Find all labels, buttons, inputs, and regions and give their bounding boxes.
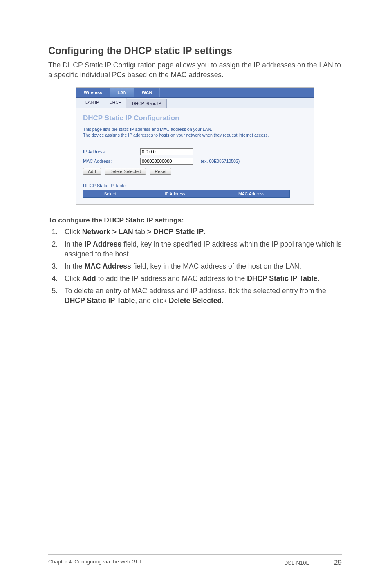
ip-address-label: IP Address: — [83, 149, 140, 154]
instructions-heading: To configure the DHCP Static IP settings… — [48, 216, 342, 224]
footer-model: DSL-N10E — [284, 560, 309, 566]
step-5: To delete an entry of MAC address and IP… — [60, 286, 342, 305]
tab-wireless[interactable]: Wireless — [76, 88, 110, 97]
page-footer: Chapter 4: Configuring via the web GUI D… — [48, 554, 342, 567]
dhcp-static-ip-table: Select IP Address MAC Address — [83, 190, 290, 198]
delete-selected-button[interactable]: Delete Selected — [105, 168, 146, 175]
tab-lan[interactable]: LAN — [110, 88, 134, 97]
router-panel: Wireless LAN WAN LAN IP DHCP DHCP Static… — [76, 87, 314, 204]
config-body: DHCP Static IP Configuration This page l… — [76, 108, 314, 204]
desc-line-2: The device assigns the IP addresses to h… — [83, 132, 269, 137]
footer-page-number: 29 — [334, 559, 342, 567]
mac-address-input[interactable] — [140, 158, 193, 165]
step-4: Click Add to add the IP address and MAC … — [60, 274, 342, 283]
subtab-dhcp[interactable]: DHCP — [104, 98, 127, 108]
button-row: Add Delete Selected Reset — [83, 168, 307, 175]
desc-line-1: This page lists the static IP address an… — [83, 127, 212, 132]
step-3: In the MAC Address field, key in the MAC… — [60, 261, 342, 271]
subtab-lan-ip[interactable]: LAN IP — [81, 98, 104, 108]
reset-button[interactable]: Reset — [150, 168, 171, 175]
mac-address-hint: (ex. 00E086710502) — [201, 159, 240, 164]
mac-address-row: MAC Address: (ex. 00E086710502) — [83, 158, 307, 165]
ip-address-row: IP Address: — [83, 148, 307, 155]
add-button[interactable]: Add — [83, 168, 101, 175]
config-panel-title: DHCP Static IP Configuration — [83, 114, 307, 122]
col-select: Select — [83, 190, 137, 197]
mac-address-label: MAC Address: — [83, 159, 140, 164]
config-description: This page lists the static IP address an… — [83, 126, 307, 144]
section-title: Configuring the DHCP static IP settings — [48, 45, 342, 56]
subtab-dhcp-static-ip[interactable]: DHCP Static IP — [127, 99, 167, 108]
static-table-caption: DHCP Static IP Table: — [83, 183, 307, 188]
col-mac-address: MAC Address — [213, 190, 289, 197]
sub-tabs: LAN IP DHCP DHCP Static IP — [76, 98, 314, 108]
ip-address-input[interactable] — [140, 148, 193, 155]
tab-wan[interactable]: WAN — [134, 88, 160, 97]
instruction-steps: Click Network > LAN tab > DHCP Static IP… — [48, 227, 342, 306]
main-tabs: Wireless LAN WAN — [76, 88, 314, 98]
col-ip-address: IP Address — [137, 190, 213, 197]
step-1: Click Network > LAN tab > DHCP Static IP… — [60, 227, 342, 237]
section-intro: The DHCP Static IP Configuration page al… — [48, 61, 342, 80]
step-2: In the IP Address field, key in the spec… — [60, 239, 342, 259]
footer-chapter: Chapter 4: Configuring via the web GUI — [48, 559, 141, 567]
